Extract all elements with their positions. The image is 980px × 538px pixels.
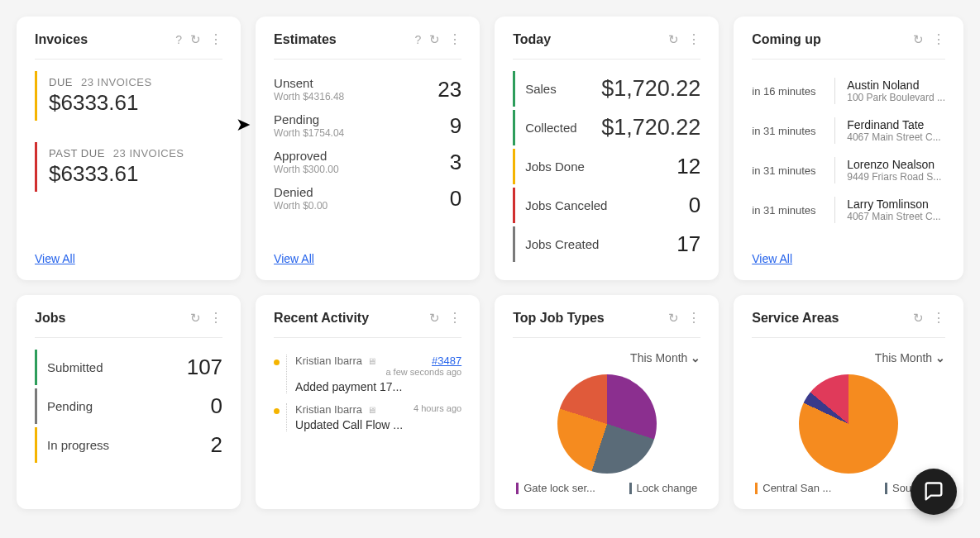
appointment-time: in 16 minutes (752, 85, 823, 98)
legend-label: Gate lock ser... (523, 482, 595, 494)
legend-label: Central San ... (762, 482, 831, 494)
activity-item[interactable]: Kristian Ibarra 4 hours ago Updated Call… (274, 398, 461, 436)
activity-description: Updated Call Flow ... (295, 418, 428, 431)
more-icon[interactable] (448, 310, 461, 326)
jobs-label: In progress (47, 438, 109, 452)
estimate-worth: Worth $300.00 (274, 164, 339, 175)
activity-link[interactable]: #3487 (385, 355, 461, 367)
pastdue-amount: $6333.61 (49, 161, 222, 187)
activity-description: Added payment 17... (295, 380, 428, 393)
refresh-icon[interactable] (913, 311, 924, 326)
today-value: 17 (676, 231, 700, 257)
device-icon (367, 403, 376, 416)
refresh-icon[interactable] (913, 32, 924, 47)
estimate-worth: Worth $1754.04 (274, 127, 344, 139)
activity-timestamp: a few seconds ago (385, 367, 461, 378)
today-row: Collected $1,720.22 (513, 110, 700, 145)
legend-item: Central San ... (755, 482, 831, 494)
appointment-time: in 31 minutes (752, 164, 823, 177)
invoices-due-block: DUE 23 INVOICES $6333.61 (35, 71, 222, 121)
appointment-time: in 31 minutes (752, 204, 823, 217)
help-icon[interactable] (414, 33, 421, 46)
activity-timestamp: 4 hours ago (414, 403, 461, 414)
mouse-cursor-icon: ➤ (236, 114, 251, 136)
today-value: $1,720.22 (601, 115, 700, 140)
activity-item[interactable]: Kristian Ibarra #3487 a few seconds ago … (274, 350, 461, 398)
more-icon[interactable] (448, 31, 461, 47)
today-value: 0 (689, 193, 700, 218)
estimate-label: Unsent (274, 76, 344, 90)
activity-dot-icon (274, 408, 280, 414)
estimate-row: Approved Worth $300.00 3 (274, 144, 461, 180)
today-value: $1,720.22 (601, 76, 700, 102)
coming-up-row[interactable]: in 31 minutes Lorenzo Nealson 9449 Friar… (752, 150, 945, 190)
refresh-icon[interactable] (190, 32, 201, 47)
estimate-row: Denied Worth $0.00 0 (274, 180, 461, 217)
customer-address: 4067 Main Street C... (847, 131, 940, 143)
view-all-link[interactable]: View All (35, 244, 222, 265)
period-dropdown[interactable]: This Month (513, 350, 700, 371)
view-all-link[interactable]: View All (274, 244, 461, 265)
legend-swatch-icon (885, 483, 887, 494)
coming-up-row[interactable]: in 16 minutes Austin Noland 100 Park Bou… (752, 71, 945, 111)
customer-name: Ferdinand Tate (847, 118, 940, 131)
legend-label: Lock change (637, 482, 698, 494)
coming-up-card: Coming up in 16 minutes Austin Noland 10… (734, 17, 963, 280)
refresh-icon[interactable] (190, 311, 201, 326)
estimates-card: Estimates Unsent Worth $4316.48 23 Pendi… (256, 17, 480, 280)
due-label: DUE (49, 76, 73, 88)
device-icon (367, 355, 376, 367)
coming-up-row[interactable]: in 31 minutes Ferdinand Tate 4067 Main S… (752, 111, 945, 150)
appointment-time: in 31 minutes (752, 125, 823, 137)
estimate-worth: Worth $0.00 (274, 200, 327, 212)
period-dropdown[interactable]: This Month (752, 350, 945, 371)
jobs-label: Pending (47, 399, 93, 413)
refresh-icon[interactable] (429, 32, 440, 47)
refresh-icon[interactable] (668, 311, 679, 326)
legend-item: Lock change (629, 482, 698, 494)
card-title: Today (513, 32, 551, 47)
activity-dot-icon (274, 359, 280, 365)
card-title: Service Areas (752, 311, 839, 326)
more-icon[interactable] (209, 310, 222, 326)
help-icon[interactable] (175, 33, 182, 46)
chat-widget-button[interactable] (911, 469, 957, 515)
customer-address: 4067 Main Street C... (847, 211, 940, 222)
jobs-label: Submitted (47, 360, 103, 374)
today-label: Jobs Created (525, 237, 599, 251)
card-title: Estimates (274, 32, 337, 47)
top-job-types-card: Top Job Types This Month Gate lock ser..… (495, 295, 719, 509)
more-icon[interactable] (932, 31, 945, 47)
more-icon[interactable] (209, 31, 222, 47)
today-row: Jobs Canceled 0 (513, 188, 700, 223)
due-count: 23 INVOICES (81, 76, 152, 88)
card-title: Recent Activity (274, 311, 369, 326)
today-card: Today Sales $1,720.22 Collected $1,720.2… (495, 17, 719, 280)
more-icon[interactable] (932, 310, 945, 326)
card-title: Coming up (752, 32, 821, 47)
invoices-pastdue-block: PAST DUE 23 INVOICES $6333.61 (35, 142, 222, 192)
invoices-card: Invoices DUE 23 INVOICES $6333.61 PAST D… (17, 17, 241, 280)
today-row: Jobs Done 12 (513, 149, 700, 184)
pastdue-label: PAST DUE (49, 147, 105, 159)
coming-up-row[interactable]: in 31 minutes Larry Tomlinson 4067 Main … (752, 190, 945, 230)
jobs-row: In progress 2 (35, 427, 222, 463)
legend-item: Gate lock ser... (516, 482, 595, 494)
jobs-row: Submitted 107 (35, 350, 222, 385)
refresh-icon[interactable] (429, 311, 440, 326)
more-icon[interactable] (687, 31, 700, 47)
today-label: Collected (525, 121, 577, 135)
more-icon[interactable] (687, 310, 700, 326)
estimate-value: 9 (450, 113, 461, 139)
activity-user: Kristian Ibarra (295, 403, 376, 416)
card-title: Top Job Types (513, 311, 605, 326)
view-all-link[interactable]: View All (752, 244, 945, 265)
today-label: Jobs Done (525, 159, 585, 174)
estimate-label: Approved (274, 149, 339, 163)
customer-name: Larry Tomlinson (847, 198, 940, 211)
legend-swatch-icon (629, 483, 632, 494)
refresh-icon[interactable] (668, 32, 679, 47)
jobs-card: Jobs Submitted 107 Pending 0 In progress… (17, 295, 241, 509)
estimate-value: 23 (437, 77, 461, 102)
jobs-value: 107 (187, 355, 222, 380)
